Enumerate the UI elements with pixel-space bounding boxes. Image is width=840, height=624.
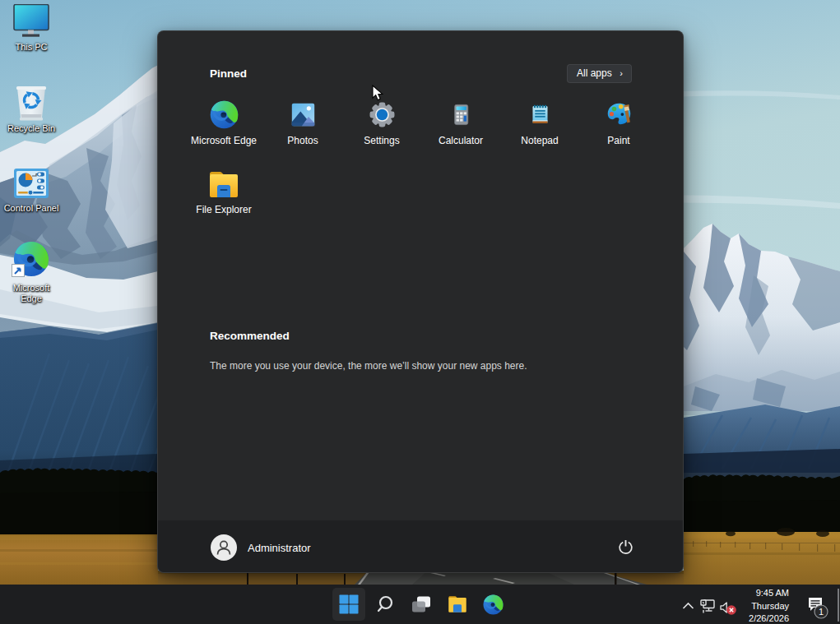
svg-text:1: 1 <box>819 607 824 617</box>
